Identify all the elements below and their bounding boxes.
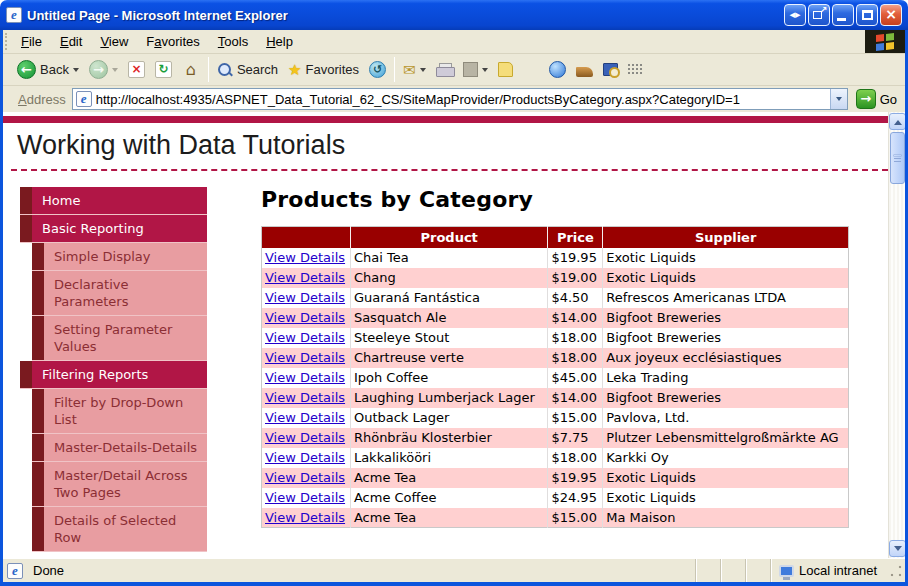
menu-item-file[interactable]: File: [12, 32, 51, 51]
url-page-icon: e: [76, 91, 92, 107]
view-details-cell: View Details: [262, 348, 351, 368]
main-column: Products by Category ProductPriceSupplie…: [261, 187, 849, 552]
menu-item-tools[interactable]: Tools: [209, 32, 257, 51]
supplier-cell: Pavlova, Ltd.: [603, 408, 849, 428]
view-details-link[interactable]: View Details: [265, 510, 345, 525]
view-details-link[interactable]: View Details: [265, 250, 345, 265]
grid-tool-button[interactable]: [623, 62, 648, 77]
table-row: View DetailsGuaraná Fantástica$4.50Refre…: [262, 288, 849, 308]
sidebar-item-master-details-details[interactable]: Master-Details-Details: [32, 434, 207, 462]
window-frame: FileEditViewFavoritesToolsHelp ← Back → …: [0, 30, 908, 586]
table-row: View DetailsAcme Coffee$24.95Exotic Liqu…: [262, 488, 849, 508]
back-dropdown-icon[interactable]: [73, 68, 79, 75]
stop-button[interactable]: ×: [123, 59, 150, 80]
mail-dropdown-icon[interactable]: [420, 68, 426, 75]
status-pane: [695, 559, 720, 582]
favorites-label: Favorites: [306, 62, 359, 77]
view-details-link[interactable]: View Details: [265, 370, 345, 385]
maximize-button[interactable]: [856, 4, 878, 26]
scroll-down-icon: [894, 546, 902, 555]
menu-item-favorites[interactable]: Favorites: [137, 32, 208, 51]
status-bar: e Done Local intranet: [3, 558, 905, 582]
product-cell: Acme Coffee: [350, 488, 548, 508]
view-details-link[interactable]: View Details: [265, 410, 345, 425]
menubar-drag-handle[interactable]: [5, 33, 10, 50]
sidebar-item-label: Setting Parameter Values: [44, 316, 207, 360]
view-details-link[interactable]: View Details: [265, 310, 345, 325]
menu-items: FileEditViewFavoritesToolsHelp: [12, 30, 865, 53]
sidebar-item-basic-reporting[interactable]: Basic Reporting: [20, 215, 207, 243]
menu-item-edit[interactable]: Edit: [51, 32, 91, 51]
supplier-cell: Exotic Liquids: [603, 248, 849, 268]
sidebar-item-declarative-parameters[interactable]: Declarative Parameters: [32, 271, 207, 316]
view-details-cell: View Details: [262, 288, 351, 308]
history-button[interactable]: ↺: [364, 59, 391, 80]
view-details-link[interactable]: View Details: [265, 290, 345, 305]
sidebar-item-filtering-reports[interactable]: Filtering Reports: [20, 361, 207, 389]
sidebar-item-setting-parameter-values[interactable]: Setting Parameter Values: [32, 316, 207, 361]
scroll-up-icon: [894, 116, 902, 125]
title-bar[interactable]: e Untitled Page - Microsoft Internet Exp…: [0, 0, 908, 30]
print-button[interactable]: [431, 61, 458, 79]
messenger-button[interactable]: [544, 59, 571, 80]
refresh-button[interactable]: ↻: [150, 59, 177, 80]
view-details-link[interactable]: View Details: [265, 430, 345, 445]
product-cell: Acme Tea: [350, 508, 548, 528]
research-button[interactable]: [598, 61, 623, 78]
edit-dropdown-icon[interactable]: [482, 68, 488, 75]
supplier-cell: Bigfoot Breweries: [603, 328, 849, 348]
home-button[interactable]: ⌂: [177, 59, 205, 80]
minimize-icon: [837, 18, 846, 21]
vertical-scrollbar[interactable]: [888, 112, 905, 558]
minimize-button[interactable]: [832, 4, 854, 26]
view-details-link[interactable]: View Details: [265, 390, 345, 405]
supplier-cell: Plutzer Lebensmittelgroßmärkte AG: [603, 428, 849, 448]
url-input[interactable]: http://localhost:4935/ASPNET_Data_Tutori…: [96, 92, 830, 107]
scrollbar-thumb[interactable]: [890, 132, 905, 184]
close-button[interactable]: ×: [880, 4, 902, 26]
sidebar-item-master-detail-across-two-pages[interactable]: Master/Detail Across Two Pages: [32, 462, 207, 507]
view-details-link[interactable]: View Details: [265, 350, 345, 365]
address-dropdown-button[interactable]: [830, 89, 847, 109]
go-button[interactable]: → Go: [852, 89, 901, 109]
view-details-link[interactable]: View Details: [265, 330, 345, 345]
view-details-link[interactable]: View Details: [265, 490, 345, 505]
plugin-button[interactable]: [571, 61, 598, 79]
search-label: Search: [237, 62, 278, 77]
view-details-link[interactable]: View Details: [265, 470, 345, 485]
forward-button[interactable]: →: [84, 58, 123, 81]
sidebar-item-details-of-selected-row[interactable]: Details of Selected Row: [32, 507, 207, 552]
print-icon: [436, 63, 453, 77]
back-icon: ←: [17, 60, 36, 79]
search-button[interactable]: Search: [212, 60, 283, 80]
sidebar-item-simple-display[interactable]: Simple Display: [32, 243, 207, 271]
discuss-button[interactable]: [493, 60, 518, 79]
window-resize-grip[interactable]: [889, 564, 903, 578]
price-cell: $18.00: [548, 348, 603, 368]
back-button[interactable]: ← Back: [12, 58, 84, 81]
view-details-link[interactable]: View Details: [265, 270, 345, 285]
menu-item-view[interactable]: View: [91, 32, 137, 51]
table-row: View DetailsAcme Tea$19.95Exotic Liquids: [262, 468, 849, 488]
scroll-down-button[interactable]: [889, 540, 905, 557]
view-details-link[interactable]: View Details: [265, 450, 345, 465]
sidebar-item-accent: [32, 271, 44, 315]
research-book-icon: [603, 63, 618, 76]
sidebar-item-filter-by-drop-down-list[interactable]: Filter by Drop-Down List: [32, 389, 207, 434]
favorites-button[interactable]: ★ Favorites: [283, 60, 364, 80]
local-intranet-icon: [779, 565, 794, 577]
mail-button[interactable]: ✉: [398, 60, 431, 80]
stop-icon: ×: [128, 61, 145, 78]
scroll-up-button[interactable]: [889, 113, 905, 130]
left-right-arrows-button[interactable]: ◂▸: [784, 4, 806, 26]
sidebar-item-home[interactable]: Home: [20, 187, 207, 215]
sidebar-item-accent: [32, 462, 44, 506]
address-field[interactable]: e http://localhost:4935/ASPNET_Data_Tuto…: [72, 88, 848, 110]
table-row: View DetailsAcme Tea$15.00Ma Maison: [262, 508, 849, 528]
product-cell: Lakkalikööri: [350, 448, 548, 468]
product-cell: Chartreuse verte: [350, 348, 548, 368]
product-cell: Rhönbräu Klosterbier: [350, 428, 548, 448]
window-popout-button[interactable]: ↗: [808, 4, 830, 26]
menu-item-help[interactable]: Help: [257, 32, 302, 51]
edit-button[interactable]: [458, 60, 493, 79]
